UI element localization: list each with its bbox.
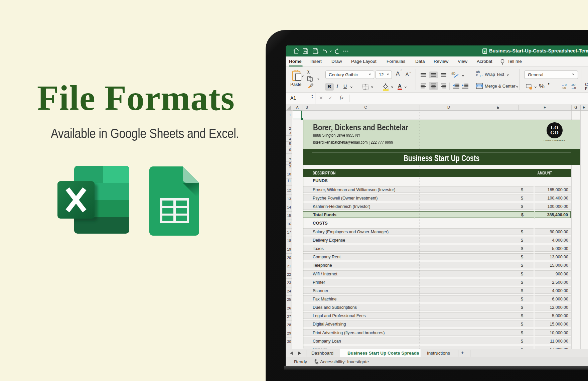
svg-text:s: s	[484, 50, 485, 53]
